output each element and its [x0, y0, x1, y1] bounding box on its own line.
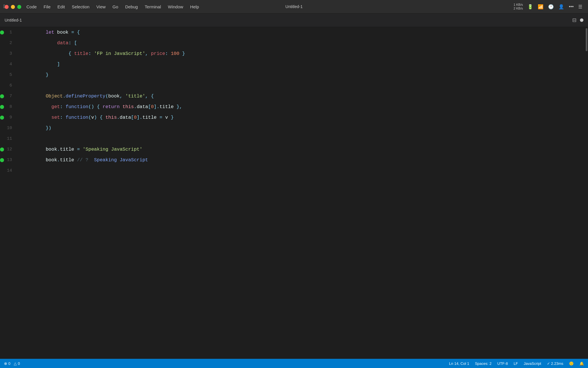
menu-view[interactable]: View: [93, 3, 109, 10]
battery-icon: 🔋: [527, 4, 533, 9]
line-number-13: 13: [6, 155, 12, 165]
traffic-lights: [5, 0, 21, 14]
menu-debug[interactable]: Debug: [122, 3, 141, 10]
statusbar: ⊗ 0 △ 0 Ln 14, Col 1 Spaces: 2 UTF-8 LF …: [0, 359, 588, 368]
menu-file[interactable]: File: [40, 3, 54, 10]
tab-untitled[interactable]: Untitled-1: [5, 18, 22, 22]
minimize-button[interactable]: [11, 5, 15, 9]
editor-container: 1 let book = { 2 data: [ 3 {: [0, 27, 588, 359]
breakpoint-12[interactable]: [0, 147, 4, 152]
table-row: 13 book.title // ? Speaking JavaScript: [0, 155, 588, 165]
no-breakpoint-6: [0, 84, 4, 88]
notification-icon[interactable]: 🔔: [579, 361, 584, 366]
line-number-10: 10: [6, 123, 12, 133]
line-number-11: 11: [6, 133, 12, 144]
user-icon: 👤: [558, 4, 564, 9]
menu-window[interactable]: Window: [165, 3, 187, 10]
menu-code[interactable]: Code: [23, 3, 40, 10]
indentation[interactable]: Spaces: 2: [475, 361, 492, 366]
cursor-position[interactable]: Ln 14, Col 1: [449, 361, 469, 366]
line-number-12: 12: [6, 144, 12, 155]
split-editor-icon[interactable]: ⊟: [572, 17, 577, 23]
line-number-2: 2: [6, 38, 12, 48]
menu-help[interactable]: Help: [187, 3, 202, 10]
gutter-14: 14: [0, 165, 14, 176]
gutter-1: 1: [0, 27, 14, 38]
table-row: 5 }: [0, 70, 588, 80]
no-breakpoint-4: [0, 62, 4, 66]
line-ending[interactable]: LF: [514, 361, 518, 366]
line-number-1: 1: [6, 27, 12, 38]
gutter-10: 10: [0, 123, 14, 133]
breakpoint-7[interactable]: [0, 94, 4, 98]
timing: ✓ 2.23ms: [547, 361, 563, 366]
gutter-5: 5: [0, 70, 14, 80]
no-breakpoint-11: [0, 137, 4, 141]
list-icon[interactable]: ☰: [578, 4, 582, 9]
no-breakpoint-3: [0, 52, 4, 56]
encoding[interactable]: UTF-8: [497, 361, 508, 366]
editor-status-dot: [580, 18, 583, 22]
table-row: 9 set: function(v) { this.data[0].title …: [0, 112, 588, 123]
menu-bar:  Code File Edit Selection View Go Debug…: [0, 3, 202, 10]
gutter-2: 2: [0, 38, 14, 48]
error-icon: ⊗: [4, 361, 7, 366]
line-number-3: 3: [6, 48, 12, 59]
table-row: 1 let book = {: [0, 27, 588, 38]
breakpoint-13[interactable]: [0, 158, 4, 162]
no-breakpoint-14: [0, 169, 4, 173]
tabbar: Untitled-1 ⊟: [0, 14, 588, 27]
warning-icon: △: [14, 361, 17, 366]
menu-terminal[interactable]: Terminal: [141, 3, 165, 10]
menu-selection[interactable]: Selection: [68, 3, 93, 10]
line-number-5: 5: [6, 70, 12, 80]
language-mode[interactable]: JavaScript: [524, 361, 541, 366]
gutter-8: 8: [0, 101, 14, 112]
no-breakpoint-5: [0, 73, 4, 77]
no-breakpoint-2: [0, 41, 4, 45]
wifi-icon: 📶: [538, 4, 543, 9]
clock-icon: 🕐: [548, 4, 554, 9]
line-number-8: 8: [6, 101, 12, 112]
titlebar:  Code File Edit Selection View Go Debug…: [0, 0, 588, 14]
line-number-6: 6: [6, 80, 12, 91]
gutter-7: 7: [0, 91, 14, 101]
apple-menu-icon[interactable]: : [3, 4, 5, 9]
line-number-9: 9: [6, 112, 12, 123]
code-editor[interactable]: 1 let book = { 2 data: [ 3 {: [0, 27, 588, 359]
tabbar-actions: ⊟: [572, 17, 583, 23]
gutter-3: 3: [0, 48, 14, 59]
gutter-4: 4: [0, 59, 14, 70]
no-breakpoint-10: [0, 126, 4, 130]
table-row: 3 { title: 'FP in JavaScript', price: 10…: [0, 48, 588, 59]
line-number-7: 7: [6, 91, 12, 101]
gutter-11: 11: [0, 133, 14, 144]
window-title: Untitled-1: [285, 4, 303, 9]
menu-go[interactable]: Go: [109, 3, 122, 10]
smiley-icon[interactable]: 🙂: [569, 361, 574, 366]
line-number-14: 14: [6, 165, 12, 176]
menu-edit[interactable]: Edit: [54, 3, 68, 10]
breakpoint-8[interactable]: [0, 105, 4, 109]
titlebar-right-controls: 1 KB/s 2 KB/s 🔋 📶 🕐 👤 ••• ☰: [514, 3, 582, 10]
breakpoint-1[interactable]: [0, 30, 4, 34]
network-stats: 1 KB/s 2 KB/s: [514, 3, 523, 10]
statusbar-left: ⊗ 0 △ 0: [4, 361, 20, 366]
statusbar-right: Ln 14, Col 1 Spaces: 2 UTF-8 LF JavaScri…: [449, 361, 584, 366]
gutter-9: 9: [0, 112, 14, 123]
maximize-button[interactable]: [17, 5, 21, 9]
scrollbar[interactable]: [585, 27, 588, 359]
line-number-4: 4: [6, 59, 12, 70]
code-line-13: book.title // ? Speaking JavaScript: [14, 144, 148, 176]
gutter-12: 12: [0, 144, 14, 155]
gutter-6: 6: [0, 80, 14, 91]
error-number: 0: [8, 361, 10, 366]
breakpoint-9[interactable]: [0, 116, 4, 120]
warning-number: 0: [18, 361, 20, 366]
gutter-13: 13: [0, 155, 14, 165]
scrollbar-thumb[interactable]: [586, 28, 587, 51]
more-icon[interactable]: •••: [569, 4, 574, 9]
error-count[interactable]: ⊗ 0 △ 0: [4, 361, 20, 366]
